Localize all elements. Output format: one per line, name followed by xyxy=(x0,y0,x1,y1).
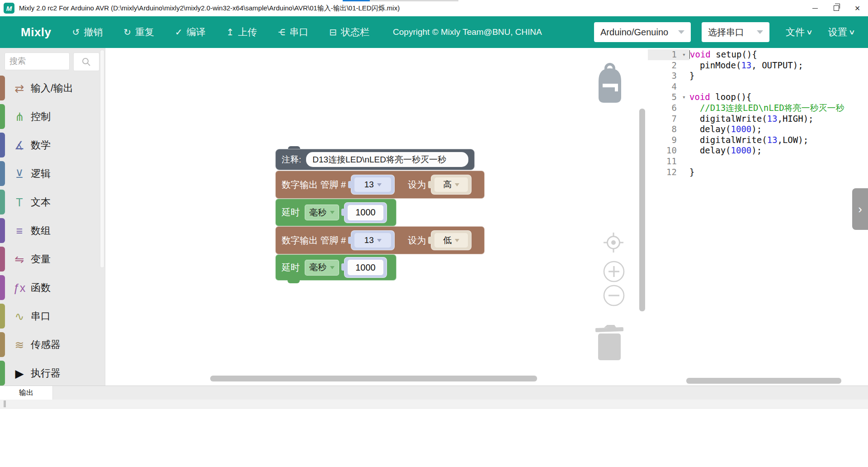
sidebar-item-2[interactable]: ∡数学 xyxy=(0,131,105,159)
fold-caret-icon[interactable]: ▾ xyxy=(679,49,689,60)
canvas-vertical-scrollbar[interactable] xyxy=(639,109,645,311)
number-field[interactable]: 1000 xyxy=(348,260,383,275)
comment-text-field[interactable]: D13连接LED\nLED将亮一秒灭一秒 xyxy=(306,152,468,167)
fold-gutter xyxy=(679,81,689,92)
number-block[interactable]: 1000 xyxy=(344,202,387,223)
backpack-icon[interactable] xyxy=(597,62,623,105)
console-scrollbar[interactable] xyxy=(4,400,6,407)
chevron-down-icon: ∨ xyxy=(806,28,813,36)
sidebar-item-7[interactable]: ƒx函数 xyxy=(0,273,105,302)
number-value: 1000 xyxy=(355,262,376,273)
state-value: 高 xyxy=(443,179,452,191)
number-field[interactable]: 1000 xyxy=(348,205,383,220)
close-icon: × xyxy=(855,4,860,13)
blockly-workspace[interactable]: 注释: D13连接LED\nLED将亮一秒灭一秒 数字输出 管脚 # 13 设为… xyxy=(105,48,648,386)
code-text: //D13连接LED\nLED将亮一秒灭一秒 xyxy=(689,103,868,114)
line-number: 8 xyxy=(648,124,679,135)
fold-gutter xyxy=(679,114,689,124)
sidebar-item-9[interactable]: ≋传感器 xyxy=(0,330,105,359)
zoom-in-button[interactable] xyxy=(603,260,625,285)
trash-icon[interactable] xyxy=(595,323,624,363)
sensor-icon: ≋ xyxy=(11,338,28,351)
delay-block-1[interactable]: 延时 毫秒 1000 xyxy=(275,199,396,226)
app-logo-icon: M xyxy=(4,3,14,14)
block-tab xyxy=(348,237,352,244)
logic-icon: ⊻ xyxy=(11,167,28,180)
code-horizontal-scrollbar[interactable] xyxy=(686,378,841,384)
pin-number-block[interactable]: 13 xyxy=(351,230,395,250)
number-block[interactable]: 1000 xyxy=(344,257,387,278)
comment-block[interactable]: 注释: D13连接LED\nLED将亮一秒灭一秒 xyxy=(275,149,475,170)
undo-label: 撤销 xyxy=(84,26,103,38)
fold-caret-icon[interactable]: ▾ xyxy=(679,92,689,103)
chevron-right-icon: › xyxy=(858,202,862,216)
compile-button[interactable]: ✓编译 xyxy=(175,26,206,38)
code-text: } xyxy=(689,167,868,178)
category-label: 变量 xyxy=(31,253,51,266)
category-color-strip xyxy=(0,133,5,157)
tab-output[interactable]: 输出 xyxy=(0,386,53,400)
pin-dropdown[interactable]: 13 xyxy=(354,177,391,192)
sidebar-item-4[interactable]: T文本 xyxy=(0,188,105,216)
statusbar-button[interactable]: ⊟状态栏 xyxy=(329,26,369,38)
serial-label: 串口 xyxy=(289,26,308,38)
digital-write-block-1[interactable]: 数字输出 管脚 # 13 设为 高 xyxy=(275,171,485,199)
state-block[interactable]: 低 xyxy=(431,230,472,250)
sidebar-item-6[interactable]: ⇋变量 xyxy=(0,245,105,273)
sidebar-item-8[interactable]: ∿串口 xyxy=(0,302,105,330)
serial-button[interactable]: Ψ串口 xyxy=(278,26,309,38)
code-panel[interactable]: 1▾void setup(){2 pinMode(13, OUTPUT);3}4… xyxy=(648,48,868,386)
state-dropdown[interactable]: 高 xyxy=(434,177,468,192)
restore-icon xyxy=(834,5,839,11)
category-label: 文本 xyxy=(31,195,51,209)
sidebar-item-3[interactable]: ⊻逻辑 xyxy=(0,159,105,188)
zoom-out-button[interactable] xyxy=(603,284,625,309)
upload-button[interactable]: ↥上传 xyxy=(226,26,257,38)
board-select-value: Arduino/Genuino xyxy=(600,27,668,38)
sidebar-item-1[interactable]: ⋔控制 xyxy=(0,102,105,131)
category-label: 逻辑 xyxy=(31,167,51,181)
code-line-7: 7 digitalWrite(13,HIGH); xyxy=(648,114,868,124)
line-number: 11 xyxy=(648,156,679,167)
digital-write-block-2[interactable]: 数字输出 管脚 # 13 设为 低 xyxy=(275,226,485,254)
sidebar-scrollbar[interactable] xyxy=(100,50,104,268)
delay-block-2[interactable]: 延时 毫秒 1000 xyxy=(275,254,396,281)
output-console[interactable] xyxy=(0,400,868,409)
sidebar-item-0[interactable]: ⇄输入/输出 xyxy=(0,74,105,102)
board-select[interactable]: Arduino/Genuino xyxy=(594,22,691,42)
unit-dropdown[interactable]: 毫秒 xyxy=(305,205,339,220)
state-dropdown[interactable]: 低 xyxy=(434,233,468,248)
fold-gutter xyxy=(679,145,689,156)
category-color-strip xyxy=(0,190,5,214)
canvas-horizontal-scrollbar[interactable] xyxy=(210,376,537,381)
undo-button[interactable]: ↺撤销 xyxy=(72,26,103,38)
sidebar-item-5[interactable]: ≡数组 xyxy=(0,216,105,245)
search-icon xyxy=(82,57,91,67)
dropdown-caret-icon xyxy=(330,266,335,269)
search-input[interactable] xyxy=(5,52,70,70)
collapse-panel-button[interactable]: › xyxy=(852,188,868,230)
search-button[interactable] xyxy=(73,52,99,71)
state-block[interactable]: 高 xyxy=(431,175,472,195)
pin-dropdown[interactable]: 13 xyxy=(354,233,391,248)
category-label: 函数 xyxy=(31,281,51,295)
unit-value: 毫秒 xyxy=(309,207,326,219)
unit-dropdown[interactable]: 毫秒 xyxy=(305,260,339,276)
category-label: 数组 xyxy=(31,224,51,238)
pin-number-block[interactable]: 13 xyxy=(351,175,395,195)
line-number: 3 xyxy=(648,71,679,81)
file-menu[interactable]: 文件 ∨ xyxy=(786,26,812,38)
redo-button[interactable]: ↻重复 xyxy=(123,26,154,38)
close-button[interactable]: × xyxy=(847,0,868,16)
code-line-10: 10 delay(1000); xyxy=(648,145,868,156)
zoom-reset-button[interactable] xyxy=(603,232,624,255)
port-select[interactable]: 选择串口 xyxy=(702,22,769,42)
category-color-strip xyxy=(0,361,5,386)
restore-button[interactable] xyxy=(826,0,847,16)
settings-menu[interactable]: 设置 ∨ xyxy=(828,26,854,38)
minimize-button[interactable] xyxy=(804,0,826,16)
block-category-sidebar: ⇄输入/输出⋔控制∡数学⊻逻辑T文本≡数组⇋变量ƒx函数∿串口≋传感器▶执行器 xyxy=(0,48,105,386)
code-text: digitalWrite(13,LOW); xyxy=(689,135,868,146)
sidebar-item-10[interactable]: ▶执行器 xyxy=(0,359,105,387)
minimize-icon xyxy=(812,8,818,9)
